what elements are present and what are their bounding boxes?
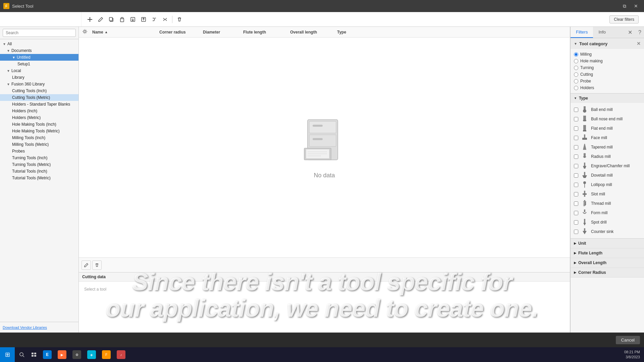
- cancel-button[interactable]: Cancel: [616, 336, 640, 344]
- spot-drill-icon: [581, 219, 588, 226]
- tree-holders-inch[interactable]: Holders (Inch): [0, 108, 78, 114]
- tree-milling-metric[interactable]: Milling Tools (Metric): [0, 141, 78, 148]
- tree-holders-metric[interactable]: Holders (Metric): [0, 114, 78, 121]
- taskbar-app-5[interactable]: F: [99, 349, 113, 361]
- tree-local[interactable]: ▼ Local: [0, 67, 78, 74]
- panel-close-button[interactable]: ✕: [625, 27, 636, 38]
- copy-tool-button[interactable]: [106, 14, 116, 24]
- download-vendor-link[interactable]: Download Vendor Libraries: [3, 325, 47, 329]
- tab-filters[interactable]: Filters: [571, 27, 593, 38]
- cb-bull-nose[interactable]: [574, 117, 578, 121]
- svg-rect-47: [34, 353, 36, 354]
- col-name-header[interactable]: Name ▲: [92, 30, 159, 35]
- close-filter-icon[interactable]: ✕: [637, 41, 641, 46]
- taskbar-app-3[interactable]: ⚙: [70, 349, 84, 361]
- tree-tutorial-inch[interactable]: Tutorial Tools (Inch): [0, 168, 78, 175]
- cb-thread-mill[interactable]: [574, 201, 578, 206]
- taskbar-app-1[interactable]: E: [40, 349, 54, 361]
- taskbar-task-view[interactable]: [28, 349, 40, 361]
- cb-flat-end-mill[interactable]: [574, 126, 578, 131]
- flute-length-label: Flute Length: [578, 251, 602, 255]
- taskbar-app-2[interactable]: ▶: [55, 349, 69, 361]
- radio-turning[interactable]: Turning: [574, 64, 641, 71]
- cb-lollipop-mill[interactable]: [574, 183, 578, 187]
- tree-turning-inch[interactable]: Turning Tools (Inch): [0, 155, 78, 161]
- taskbar-search[interactable]: [16, 349, 28, 361]
- edit-tool-button[interactable]: [96, 14, 106, 24]
- radio-holders[interactable]: Holders: [574, 84, 641, 91]
- radio-turning-input[interactable]: [574, 66, 578, 70]
- tree-probes[interactable]: Probes: [0, 148, 78, 155]
- search-input[interactable]: [3, 29, 76, 37]
- split-button[interactable]: [160, 14, 170, 24]
- restore-button[interactable]: ⧉: [620, 2, 629, 10]
- tree-item-label: Turning Tools (Metric): [12, 162, 51, 167]
- edit-bottom-button[interactable]: [82, 260, 91, 270]
- dovetail-mill-icon: [581, 172, 588, 179]
- tree-cutting-metric[interactable]: Cutting Tools (Metric): [0, 94, 78, 101]
- cb-spot-drill[interactable]: [574, 220, 578, 225]
- svg-point-34: [583, 181, 586, 184]
- tree-caret: ▼: [7, 69, 10, 73]
- tree-milling-inch[interactable]: Milling Tools (Inch): [0, 134, 78, 141]
- radio-cutting-input[interactable]: [574, 72, 578, 77]
- svg-point-20: [583, 109, 586, 113]
- export-button[interactable]: [139, 14, 149, 24]
- cb-dovetail-mill[interactable]: [574, 173, 578, 178]
- ball-end-mill-icon: [581, 106, 588, 113]
- merge-button[interactable]: [149, 14, 159, 24]
- radio-milling-input[interactable]: [574, 52, 578, 57]
- cb-engrave-chamfer[interactable]: [574, 164, 578, 168]
- radio-cutting[interactable]: Cutting: [574, 71, 641, 78]
- filter-unit-header[interactable]: ▶ Unit: [571, 239, 644, 248]
- import-button[interactable]: [128, 14, 138, 24]
- delete-button[interactable]: [174, 14, 184, 24]
- paste-tool-button[interactable]: [117, 14, 127, 24]
- radio-turning-label: Turning: [580, 65, 594, 70]
- delete-bottom-button[interactable]: [92, 260, 102, 270]
- tree-setup1[interactable]: Setup1: [0, 61, 78, 67]
- svg-rect-22: [583, 120, 586, 121]
- cb-ball-end-mill[interactable]: [574, 108, 578, 112]
- filter-tool-category-header[interactable]: ▼ Tool category ✕: [571, 38, 644, 49]
- filter-overall-length-header[interactable]: ▶ Overall Length: [571, 258, 644, 267]
- tree-cutting-inch[interactable]: Cutting Tools (Inch): [0, 87, 78, 94]
- tree-tutorial-metric[interactable]: Tutorial Tools (Metric): [0, 175, 78, 181]
- tree-fusion360[interactable]: ▼ Fusion 360 Library: [0, 81, 78, 87]
- svg-rect-11: [309, 135, 336, 146]
- tree-library[interactable]: Library: [0, 74, 78, 81]
- svg-rect-48: [32, 355, 34, 357]
- radio-probe-input[interactable]: [574, 79, 578, 83]
- start-button[interactable]: ⊞: [0, 347, 15, 362]
- filter-corner-radius-header[interactable]: ▶ Corner Radius: [571, 268, 644, 277]
- tree-untitled[interactable]: ▼ Untitled: [0, 54, 78, 61]
- taskbar-app-6[interactable]: ♪: [114, 349, 128, 361]
- cb-slot-mill[interactable]: [574, 192, 578, 196]
- radio-hole-making[interactable]: Hole making: [574, 58, 641, 64]
- col-settings[interactable]: [82, 29, 92, 35]
- taskbar-app-4[interactable]: ◈: [85, 349, 99, 361]
- help-button[interactable]: ?: [636, 27, 644, 38]
- tree-holders-taper[interactable]: Holders - Standard Taper Blanks: [0, 101, 78, 108]
- close-button[interactable]: ✕: [631, 2, 641, 10]
- radio-milling[interactable]: Milling: [574, 51, 641, 58]
- tab-info[interactable]: Info: [593, 27, 611, 38]
- radio-holders-input[interactable]: [574, 86, 578, 90]
- clear-filters-button[interactable]: Clear filters: [609, 15, 639, 23]
- tree-turning-metric[interactable]: Turning Tools (Metric): [0, 161, 78, 168]
- tree-hole-inch[interactable]: Hole Making Tools (Inch): [0, 121, 78, 128]
- cb-radius-mill[interactable]: [574, 155, 578, 159]
- sidebar: ▼ All ▼ Documents ▼ Untitled: [0, 27, 79, 333]
- cb-face-mill[interactable]: [574, 136, 578, 140]
- tree-all[interactable]: ▼ All: [0, 41, 78, 47]
- filter-type-header[interactable]: ▼ Type: [571, 94, 644, 103]
- cb-counter-sink[interactable]: [574, 230, 578, 234]
- tree-hole-metric[interactable]: Hole Making Tools (Metric): [0, 128, 78, 134]
- add-tool-button[interactable]: [85, 14, 95, 24]
- tree-documents[interactable]: ▼ Documents: [0, 47, 78, 54]
- cb-form-mill[interactable]: [574, 211, 578, 215]
- filter-flute-length-header[interactable]: ▶ Flute Length: [571, 248, 644, 258]
- radio-probe[interactable]: Probe: [574, 78, 641, 84]
- radio-hole-making-input[interactable]: [574, 59, 578, 63]
- cb-tapered-mill[interactable]: [574, 145, 578, 149]
